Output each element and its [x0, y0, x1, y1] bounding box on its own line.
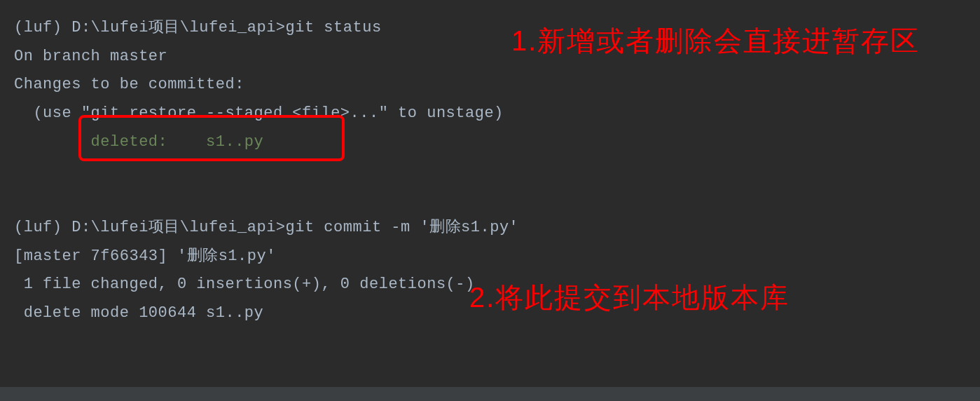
- commit-header: Changes to be committed:: [14, 71, 966, 100]
- command-git-status: git status: [286, 19, 382, 36]
- prompt-line-2: (luf) D:\lufei项目\lufei_api>git commit -m…: [14, 214, 966, 243]
- blank-line-2: [14, 185, 966, 214]
- annotation-1: 1.新增或者删除会直接进暂存区: [511, 22, 920, 59]
- prompt-path-2: (luf) D:\lufei项目\lufei_api>: [14, 219, 286, 236]
- prompt-path: (luf) D:\lufei项目\lufei_api>: [14, 19, 286, 36]
- highlight-box: [78, 115, 345, 161]
- commit-result: [master 7f66343] '删除s1.py': [14, 243, 966, 271]
- status-bar: [0, 387, 980, 401]
- command-git-commit: git commit -m '删除s1.py': [286, 219, 519, 236]
- annotation-2: 2.将此提交到本地版本库: [469, 279, 789, 315]
